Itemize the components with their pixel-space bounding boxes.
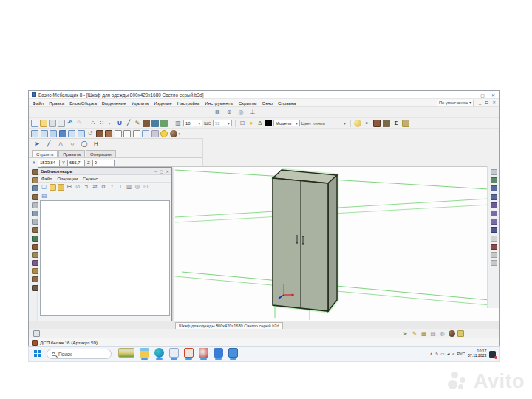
lib-move-down-icon[interactable]: ↓ (117, 184, 124, 191)
edit-status-icon[interactable]: ✎ (412, 330, 418, 337)
x-input[interactable]: 1533,84 (38, 160, 60, 166)
right-rail-tool-icon[interactable] (491, 185, 497, 191)
region-select-icon[interactable]: ⊠ (214, 109, 221, 116)
y-input[interactable]: 655,7 (67, 160, 85, 166)
view-back-icon[interactable] (41, 130, 48, 137)
library-minimize-button[interactable]: – (154, 169, 157, 174)
menu-item[interactable]: Изделие (154, 100, 172, 106)
right-rail-tool-icon[interactable] (491, 219, 497, 225)
library-restore-button[interactable]: ▢ (160, 169, 163, 174)
clock[interactable]: 10:17 07.11.2023 (468, 349, 487, 358)
pencil-icon[interactable]: ✎ (134, 120, 141, 127)
library-menu-item[interactable]: Файл (41, 177, 52, 181)
library-title-bar[interactable]: Библиотекарь – ▢ ✕ (38, 168, 171, 175)
library-menu-item[interactable]: Сервис (83, 177, 98, 181)
wire-model-icon[interactable] (115, 130, 122, 137)
library-menu-item[interactable]: Операции (57, 177, 78, 181)
library-close-button[interactable]: ✕ (166, 169, 169, 174)
lib-swap-icon[interactable]: ⇄ (92, 184, 98, 191)
right-rail-tool-icon[interactable] (491, 244, 497, 250)
wire-hidden-icon[interactable] (123, 130, 131, 137)
tray-network-icon[interactable]: ≈ (452, 352, 454, 356)
photos-preview-icon[interactable] (118, 348, 134, 360)
grid-status-icon[interactable] (33, 330, 40, 337)
display-mode-select[interactable]: Модель ▾ (273, 120, 300, 126)
menu-item[interactable]: Настройка (177, 100, 200, 106)
start-button[interactable] (34, 350, 41, 358)
light-toggle-icon[interactable] (160, 130, 168, 137)
mode-tab[interactable]: Строить (32, 150, 58, 157)
grid-icon[interactable]: ∷ (98, 120, 106, 127)
send-status-icon[interactable] (457, 330, 464, 337)
open-file-icon[interactable] (40, 120, 47, 127)
magnet-icon[interactable]: U (116, 120, 123, 127)
ws-select[interactable]: 32 ▾ (213, 120, 232, 126)
ellipse-icon[interactable]: ◯ (81, 140, 88, 148)
child-minimize-button[interactable]: _ (479, 100, 481, 105)
table-status-icon[interactable]: ▦ (420, 330, 427, 337)
shadow-icon[interactable] (151, 130, 159, 137)
tray-volume-icon[interactable]: ◄ (446, 352, 450, 356)
menu-item[interactable]: Инструменты (205, 100, 233, 106)
printer-icon[interactable]: ⊟ (239, 120, 246, 127)
undo-icon[interactable]: ↶ (66, 120, 74, 127)
sheet-status-icon[interactable]: ▤ (430, 330, 437, 337)
lib-save-icon[interactable]: ⊟ (66, 184, 73, 191)
language-indicator[interactable]: РУС (457, 352, 465, 356)
right-rail-tool-icon[interactable] (491, 169, 497, 175)
explorer-icon[interactable] (140, 348, 149, 360)
right-rail-tool-icon[interactable] (491, 252, 497, 258)
z-input[interactable]: 0 (92, 160, 115, 166)
powerpoint-icon[interactable] (184, 348, 194, 360)
lib-back-icon[interactable]: ↰ (83, 184, 90, 191)
view-iso-icon[interactable] (59, 130, 66, 137)
sphere-status-icon[interactable] (449, 330, 455, 337)
lib-move-up-icon[interactable]: ↑ (109, 184, 115, 191)
right-rail-tool-icon[interactable] (491, 211, 497, 216)
chevron-down-icon[interactable]: ▾ (179, 132, 181, 136)
tray-pen-icon[interactable]: ✎ (435, 352, 439, 356)
print-icon[interactable] (58, 120, 65, 127)
mode-tab[interactable]: Операции (86, 150, 116, 157)
view-front-icon[interactable] (31, 130, 38, 137)
right-rail-tool-icon[interactable] (491, 227, 497, 233)
phone-link-icon[interactable] (214, 348, 223, 360)
snap-icon[interactable]: ∴ (89, 120, 97, 127)
lib-open-base-icon[interactable] (58, 184, 64, 191)
search-input[interactable]: Поиск (47, 349, 112, 359)
mode-tab[interactable]: Править (58, 150, 85, 157)
line-style-select[interactable]: ▾ (327, 120, 347, 126)
right-rail-tool-icon[interactable] (491, 236, 497, 242)
lightbulb-icon[interactable]: ● (248, 120, 255, 127)
circle-icon[interactable]: ○ (69, 140, 76, 148)
block-icon[interactable] (373, 120, 381, 127)
rail-icon[interactable]: H (92, 140, 100, 148)
panel-rotate-icon[interactable] (151, 120, 159, 127)
measure-icon[interactable]: ⊥ (249, 109, 256, 116)
pin-icon[interactable]: ➢ (364, 120, 371, 127)
view-top-icon[interactable] (68, 130, 75, 137)
right-rail-tool-icon[interactable] (491, 202, 497, 208)
menu-item[interactable]: Окно (262, 100, 273, 106)
right-rail-tool-icon[interactable] (491, 260, 497, 266)
tray-display-icon[interactable]: ▭ (440, 352, 444, 356)
redo-icon[interactable]: ↷ (75, 120, 83, 127)
view-left-icon[interactable] (50, 130, 57, 137)
lib-delete-icon[interactable]: ⊘ (75, 184, 81, 191)
thickness-select[interactable]: 10 ▾ (183, 120, 202, 126)
right-rail-tool-icon[interactable] (491, 194, 497, 200)
save-icon[interactable] (49, 120, 56, 127)
stamp-icon[interactable] (383, 120, 390, 127)
menu-item[interactable]: Удалить (132, 100, 149, 106)
menu-item[interactable]: Правка (49, 100, 64, 106)
lib-view-icon[interactable]: ▥ (126, 184, 132, 191)
sum-icon[interactable]: Σ (392, 120, 400, 127)
lib-window-icon[interactable]: ⊡ (143, 184, 149, 191)
browser-icon[interactable] (199, 348, 208, 360)
new-file-icon[interactable] (31, 120, 38, 127)
color-swatch[interactable] (265, 120, 272, 126)
solid-texture-icon[interactable] (105, 130, 112, 137)
wire-thin-icon[interactable] (133, 130, 140, 137)
close-button[interactable]: ✕ (491, 92, 495, 98)
maximize-button[interactable]: ▢ (480, 92, 485, 98)
